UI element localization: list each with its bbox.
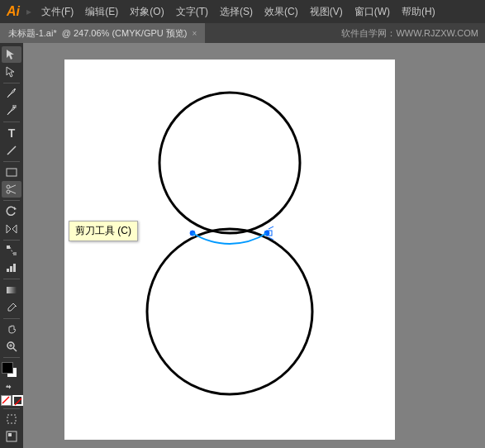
menu-view[interactable]: 视图(V) [305,3,348,21]
pen-tool[interactable] [2,86,21,102]
svg-rect-18 [13,264,16,272]
menu-file[interactable]: 文件(F) [36,3,78,21]
document-tab[interactable]: 未标题-1.ai* @ 247.06% (CMYK/GPU 预览) × [0,23,206,43]
svg-rect-17 [10,266,12,272]
title-bar: Ai ▸ 文件(F) 编辑(E) 对象(O) 文字(T) 选择(S) 效果(C)… [0,0,485,23]
swap-colors-button[interactable] [2,381,21,393]
line-tool[interactable] [2,142,21,159]
tab-close-button[interactable]: × [192,29,197,38]
scissors-tool[interactable] [2,181,21,198]
menu-text[interactable]: 文字(T) [171,3,213,21]
svg-point-2 [14,88,16,90]
intersection-arc [193,233,267,244]
svg-rect-16 [7,269,9,272]
menu-edit[interactable]: 编辑(E) [80,3,123,21]
direct-selection-tool[interactable] [2,64,21,80]
svg-line-15 [10,247,13,254]
toolbar-divider-5 [3,240,20,241]
toolbar: T [0,43,23,448]
svg-line-8 [10,185,16,188]
artboard-tool[interactable] [2,412,21,428]
type-tool[interactable]: T [2,125,21,141]
color-mode-buttons [1,395,23,406]
svg-rect-13 [7,245,10,249]
eyedropper-tool[interactable] [2,299,21,316]
anchor-point-tool[interactable] [2,102,21,119]
svg-rect-19 [7,287,17,293]
menu-object[interactable]: 对象(O) [125,3,169,21]
svg-marker-12 [12,225,17,233]
reflect-tool[interactable] [2,221,21,237]
tab-label: 未标题-1.ai* [8,27,57,40]
svg-rect-5 [7,169,17,176]
menu-bar: 文件(F) 编辑(E) 对象(O) 文字(T) 选择(S) 效果(C) 视图(V… [36,3,440,21]
blend-tool[interactable] [2,243,21,260]
ai-logo: Ai [7,4,20,19]
menu-effect[interactable]: 效果(C) [259,3,303,21]
graph-tool[interactable] [2,260,21,276]
hand-tool[interactable] [2,322,21,338]
rotate-tool[interactable] [2,203,21,220]
svg-marker-0 [7,50,14,60]
svg-line-9 [10,191,16,193]
canvas-svg [64,60,395,440]
gradient-tool[interactable] [2,282,21,298]
toolbar-divider-3 [3,161,20,162]
zoom-tool[interactable] [2,338,21,355]
toolbar-divider-8 [3,357,20,358]
fill-stroke-swatches[interactable] [2,362,21,380]
svg-marker-10 [14,207,17,210]
svg-rect-14 [13,252,17,255]
fill-swatch[interactable] [2,362,13,374]
selection-tool[interactable] [2,46,21,63]
svg-line-25 [2,397,9,403]
svg-marker-11 [7,225,11,233]
toolbar-divider-2 [3,122,20,122]
svg-rect-3 [13,105,16,107]
tab-bar: 未标题-1.ai* @ 247.06% (CMYK/GPU 预览) × 软件自学… [0,23,485,43]
menu-separator-icon: ▸ [26,6,31,17]
svg-rect-27 [7,415,16,423]
toolbar-divider-6 [3,279,20,279]
svg-rect-29 [8,433,12,436]
none-stroke-button[interactable] [12,395,23,406]
site-info: 软件自学网：WWW.RJZXW.COM [335,27,485,40]
tool-tooltip: 剪刀工具 (C) [69,221,138,241]
tooltip-text: 剪刀工具 (C) [75,225,131,236]
main-layout: T [0,43,485,448]
toolbar-divider-1 [3,83,20,83]
svg-point-7 [7,190,10,193]
tab-detail: @ 247.06% (CMYK/GPU 预览) [62,27,188,40]
svg-line-22 [13,348,17,351]
menu-help[interactable]: 帮助(H) [397,3,440,21]
menu-select[interactable]: 选择(S) [215,3,258,21]
rectangle-tool[interactable] [2,164,21,181]
svg-line-31 [269,226,273,229]
toolbar-divider-7 [3,318,20,319]
svg-line-20 [16,306,17,307]
menu-window[interactable]: 窗口(W) [349,3,395,21]
navigator-tool[interactable] [2,428,21,445]
svg-point-6 [7,185,10,188]
svg-marker-1 [7,67,14,77]
svg-line-26 [15,398,21,405]
artboard [64,60,395,440]
toolbar-divider-4 [3,200,20,201]
bottom-circle [147,229,312,394]
canvas-area[interactable]: 剪刀工具 (C) [23,43,485,448]
top-circle [159,93,300,233]
toolbar-divider-9 [3,408,20,409]
none-color-button[interactable] [1,395,12,406]
svg-line-4 [7,146,16,155]
